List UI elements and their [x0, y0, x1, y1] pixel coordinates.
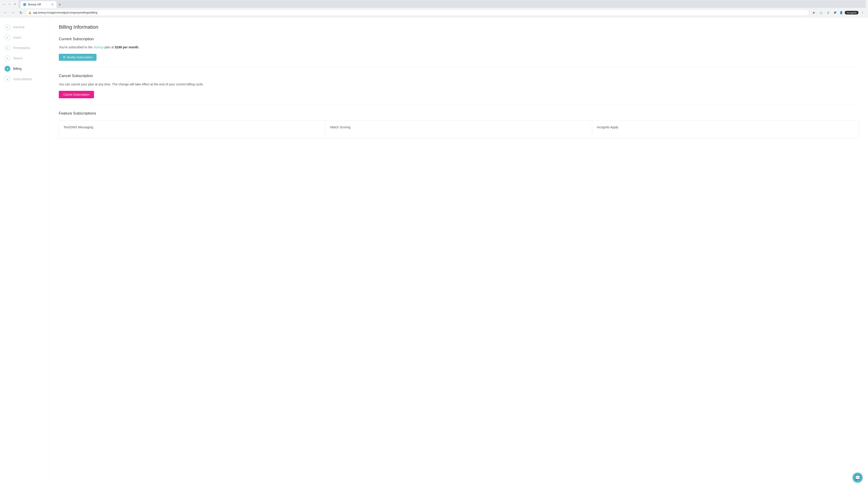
tab-favicon — [23, 3, 26, 6]
sidebar-item-general[interactable]: ● General — [0, 22, 50, 32]
browser-chrome: — □ ✕ Breezy HR ✕ + ← → ↻ 🔒 app.breezy.h… — [0, 0, 868, 18]
close-button[interactable]: ✕ — [13, 2, 17, 6]
sidebar-label-users: Users — [13, 36, 22, 39]
permissions-icon: ● — [4, 45, 10, 51]
subscription-text-prefix: You're subscribed to the — [59, 45, 93, 49]
feature-card-sms: Text/SMS Messaging — [59, 121, 326, 138]
sidebar-label-general: General — [13, 25, 24, 29]
cancel-subscription-title: Cancel Subscription — [59, 74, 859, 78]
sidebar-label-teams: Teams — [13, 57, 22, 60]
minimize-button[interactable]: — — [2, 2, 6, 6]
bookmark-button[interactable]: ★ — [811, 9, 817, 16]
sidebar-item-users[interactable]: ● Users — [0, 32, 50, 43]
lock-icon: 🔒 — [28, 11, 32, 14]
page-title: Billing Information — [59, 24, 859, 30]
tab-label: Breezy HR — [28, 3, 41, 6]
cancel-subscription-description: You can cancel your plan at any time. Th… — [59, 82, 859, 87]
profile-icon: 👤 — [839, 11, 843, 14]
download-button[interactable]: ⇓ — [825, 9, 831, 16]
tab-close-icon[interactable]: ✕ — [51, 3, 54, 6]
modify-subscription-button[interactable]: ⚙ Modify Subscription — [59, 54, 96, 61]
startup-plan-link[interactable]: Startup — [93, 45, 103, 49]
chat-icon: 💬 — [855, 475, 861, 480]
forward-button[interactable]: → — [10, 9, 16, 16]
current-subscription-title: Current Subscription — [59, 37, 859, 41]
feature-label-incognito-apply: Incognito Apply — [597, 125, 618, 129]
split-view-button[interactable]: ◤ — [832, 9, 839, 16]
sidebar: ● General ● Users ● Permissions ● Teams … — [0, 18, 50, 481]
new-tab-button[interactable]: + — [57, 2, 63, 8]
cancel-subscription-section: Cancel Subscription You can cancel your … — [59, 74, 859, 98]
users-icon: ● — [4, 35, 10, 40]
extensions-button[interactable]: ◇ — [818, 9, 824, 16]
browser-toolbar: ← → ↻ 🔒 app.breezy.hr/app/c/moodjoy/comp… — [0, 8, 868, 17]
page-layout: ● General ● Users ● Permissions ● Teams … — [0, 18, 868, 481]
feature-cards: Text/SMS Messaging Match Scoring Incogni… — [59, 120, 859, 139]
subscriptions-icon: ● — [4, 76, 10, 82]
active-tab[interactable]: Breezy HR ✕ — [20, 1, 57, 8]
sidebar-label-permissions: Permissions — [13, 46, 30, 50]
current-subscription-section: Current Subscription You're subscribed t… — [59, 37, 859, 61]
subscription-text-suffix: plan at — [103, 45, 115, 49]
billing-icon: ● — [4, 66, 10, 72]
incognito-badge: Incognito — [845, 11, 859, 14]
sidebar-item-subscriptions[interactable]: ● Subscriptions — [0, 74, 50, 84]
back-button[interactable]: ← — [2, 9, 8, 16]
general-icon: ● — [4, 24, 10, 30]
feature-subscriptions-title: Feature Subscriptions — [59, 111, 859, 116]
subscription-price: $189 per month. — [115, 45, 139, 49]
reload-button[interactable]: ↻ — [18, 9, 24, 16]
section-divider-1 — [59, 67, 859, 67]
browser-titlebar: — □ ✕ Breezy HR ✕ + — [0, 0, 868, 8]
url-text: app.breezy.hr/app/c/moodjoy/company/sett… — [33, 11, 97, 14]
address-bar[interactable]: 🔒 app.breezy.hr/app/c/moodjoy/company/se… — [25, 9, 809, 16]
maximize-button[interactable]: □ — [8, 2, 11, 6]
main-content: Billing Information Current Subscription… — [50, 18, 868, 481]
feature-label-match-scoring: Match Scoring — [330, 125, 350, 129]
sidebar-item-billing[interactable]: ● Billing — [0, 64, 50, 74]
teams-icon: ● — [4, 55, 10, 61]
sidebar-item-permissions[interactable]: ● Permissions — [0, 43, 50, 53]
sidebar-item-teams[interactable]: ● Teams — [0, 53, 50, 64]
window-controls: — □ ✕ — [2, 2, 17, 6]
feature-card-match-scoring: Match Scoring — [326, 121, 592, 138]
toolbar-actions: ★ ◇ ⇓ ◤ 👤 Incognito ⋮ — [811, 9, 866, 16]
profile-area: 👤 Incognito — [839, 11, 859, 14]
subscription-description: You're subscribed to the Startup plan at… — [59, 45, 859, 50]
gear-icon: ⚙ — [63, 56, 66, 59]
tab-bar: Breezy HR ✕ + — [19, 0, 866, 8]
feature-subscriptions-section: Feature Subscriptions Text/SMS Messaging… — [59, 111, 859, 139]
menu-button[interactable]: ⋮ — [860, 9, 866, 16]
sidebar-label-billing: Billing — [13, 67, 22, 70]
feature-card-incognito-apply: Incognito Apply — [592, 121, 859, 138]
cancel-subscription-button[interactable]: Cancel Subscription — [59, 91, 94, 98]
sidebar-label-subscriptions: Subscriptions — [13, 77, 32, 81]
feature-label-sms: Text/SMS Messaging — [64, 125, 93, 129]
